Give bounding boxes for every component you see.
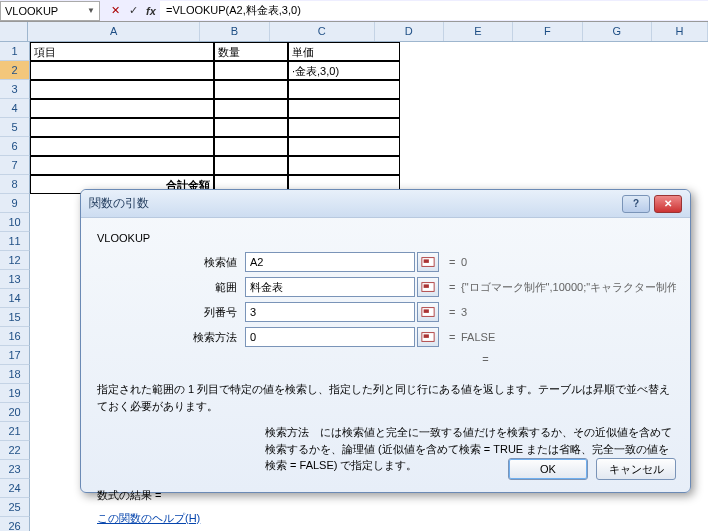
cell-A6[interactable]: [30, 137, 214, 156]
row-header-26[interactable]: 26: [0, 517, 30, 531]
row-header-2[interactable]: 2: [0, 61, 30, 80]
cancel-button[interactable]: キャンセル: [596, 458, 676, 480]
svg-rect-1: [424, 259, 429, 263]
dialog-title-text: 関数の引数: [89, 195, 149, 212]
formula-input[interactable]: =VLOOKUP(A2,料金表,3,0): [160, 1, 708, 20]
select-all-corner[interactable]: [0, 22, 28, 41]
col-header-G[interactable]: G: [583, 22, 652, 41]
dialog-titlebar[interactable]: 関数の引数 ? ✕: [81, 190, 690, 218]
cell-C6[interactable]: [288, 137, 400, 156]
row-header-22[interactable]: 22: [0, 441, 30, 460]
close-icon[interactable]: ✕: [654, 195, 682, 213]
row-header-13[interactable]: 13: [0, 270, 30, 289]
cell-B7[interactable]: [214, 156, 288, 175]
column-headers: A B C D E F G H: [0, 22, 708, 42]
dialog-buttons: OK キャンセル: [508, 458, 676, 480]
row-header-20[interactable]: 20: [0, 403, 30, 422]
col-header-A[interactable]: A: [28, 22, 200, 41]
cell-C7[interactable]: [288, 156, 400, 175]
cell-B2[interactable]: [214, 61, 288, 80]
arg-label: 検索方法: [95, 330, 245, 345]
row-header-10[interactable]: 10: [0, 213, 30, 232]
svg-rect-7: [424, 334, 429, 338]
cell-B5[interactable]: [214, 118, 288, 137]
row-header-12[interactable]: 12: [0, 251, 30, 270]
arg-input-table-array[interactable]: [245, 277, 415, 297]
row-header-24[interactable]: 24: [0, 479, 30, 498]
cell-B6[interactable]: [214, 137, 288, 156]
cell-B3[interactable]: [214, 80, 288, 99]
row-header-17[interactable]: 17: [0, 346, 30, 365]
cell-A1[interactable]: 項目: [30, 42, 214, 61]
row-header-23[interactable]: 23: [0, 460, 30, 479]
row-header-21[interactable]: 21: [0, 422, 30, 441]
arg-input-range-lookup[interactable]: [245, 327, 415, 347]
arg-row-lookup-value: 検索値 = 0: [95, 252, 676, 272]
cell-A4[interactable]: [30, 99, 214, 118]
cell-C3[interactable]: [288, 80, 400, 99]
col-header-C[interactable]: C: [270, 22, 375, 41]
arg-result: {"ロゴマーク制作",10000;"キャラクター制作: [461, 280, 676, 295]
row-header-11[interactable]: 11: [0, 232, 30, 251]
row-header-5[interactable]: 5: [0, 118, 30, 137]
arg-input-col-index[interactable]: [245, 302, 415, 322]
col-header-B[interactable]: B: [200, 22, 269, 41]
col-header-E[interactable]: E: [444, 22, 513, 41]
accept-formula-icon[interactable]: ✓: [124, 2, 142, 20]
col-header-H[interactable]: H: [652, 22, 708, 41]
cancel-formula-icon[interactable]: ✕: [106, 2, 124, 20]
cell-C5[interactable]: [288, 118, 400, 137]
arg-label: 列番号: [95, 305, 245, 320]
ok-button[interactable]: OK: [508, 458, 588, 480]
fx-icon[interactable]: fx: [142, 2, 160, 20]
arg-row-col-index: 列番号 = 3: [95, 302, 676, 322]
cell-A5[interactable]: [30, 118, 214, 137]
arg-row-range-lookup: 検索方法 = FALSE: [95, 327, 676, 347]
cell-C4[interactable]: [288, 99, 400, 118]
arg-input-lookup-value[interactable]: [245, 252, 415, 272]
dialog-help-icon[interactable]: ?: [622, 195, 650, 213]
chevron-down-icon[interactable]: ▼: [87, 6, 95, 15]
arg-result: 0: [461, 256, 676, 268]
cell-C2[interactable]: ·金表,3,0): [288, 61, 400, 80]
cell-B1[interactable]: 数量: [214, 42, 288, 61]
range-selector-icon[interactable]: [417, 252, 439, 272]
function-help-link[interactable]: この関数のヘルプ(H): [97, 512, 200, 524]
row-header-14[interactable]: 14: [0, 289, 30, 308]
arg-label: 検索値: [95, 255, 245, 270]
row-header-6[interactable]: 6: [0, 137, 30, 156]
function-name: VLOOKUP: [97, 232, 676, 244]
row-header-8[interactable]: 8: [0, 175, 30, 194]
range-selector-icon[interactable]: [417, 327, 439, 347]
row-header-4[interactable]: 4: [0, 99, 30, 118]
row-header-1[interactable]: 1: [0, 42, 30, 61]
row-header-25[interactable]: 25: [0, 498, 30, 517]
row-header-3[interactable]: 3: [0, 80, 30, 99]
cell-A7[interactable]: [30, 156, 214, 175]
function-arguments-dialog: 関数の引数 ? ✕ VLOOKUP 検索値 = 0 範囲 = {"ロゴマーク制作…: [80, 189, 691, 493]
cell-C1[interactable]: 単価: [288, 42, 400, 61]
arg-label: 範囲: [95, 280, 245, 295]
range-selector-icon[interactable]: [417, 302, 439, 322]
row-header-19[interactable]: 19: [0, 384, 30, 403]
arg-result: 3: [461, 306, 676, 318]
row-header-15[interactable]: 15: [0, 308, 30, 327]
row-header-9[interactable]: 9: [0, 194, 30, 213]
range-selector-icon[interactable]: [417, 277, 439, 297]
name-box[interactable]: VLOOKUP ▼: [0, 1, 100, 21]
col-header-F[interactable]: F: [513, 22, 582, 41]
arg-row-table-array: 範囲 = {"ロゴマーク制作",10000;"キャラクター制作: [95, 277, 676, 297]
equals-sign: =: [449, 331, 461, 343]
row-headers: 1 2 3 4 5 6 7 8 9 10 11 12 13 14 15 16 1…: [0, 42, 30, 531]
row-header-7[interactable]: 7: [0, 156, 30, 175]
col-header-D[interactable]: D: [375, 22, 444, 41]
row-header-18[interactable]: 18: [0, 365, 30, 384]
function-description: 指定された範囲の 1 列目で特定の値を検索し、指定した列と同じ行にある値を返しま…: [97, 381, 674, 414]
name-box-text: VLOOKUP: [5, 5, 58, 17]
cell-A2[interactable]: [30, 61, 214, 80]
cell-B4[interactable]: [214, 99, 288, 118]
equals-sign: =: [449, 281, 461, 293]
row-header-16[interactable]: 16: [0, 327, 30, 346]
cell-A3[interactable]: [30, 80, 214, 99]
formula-bar: VLOOKUP ▼ ✕ ✓ fx =VLOOKUP(A2,料金表,3,0): [0, 0, 708, 22]
